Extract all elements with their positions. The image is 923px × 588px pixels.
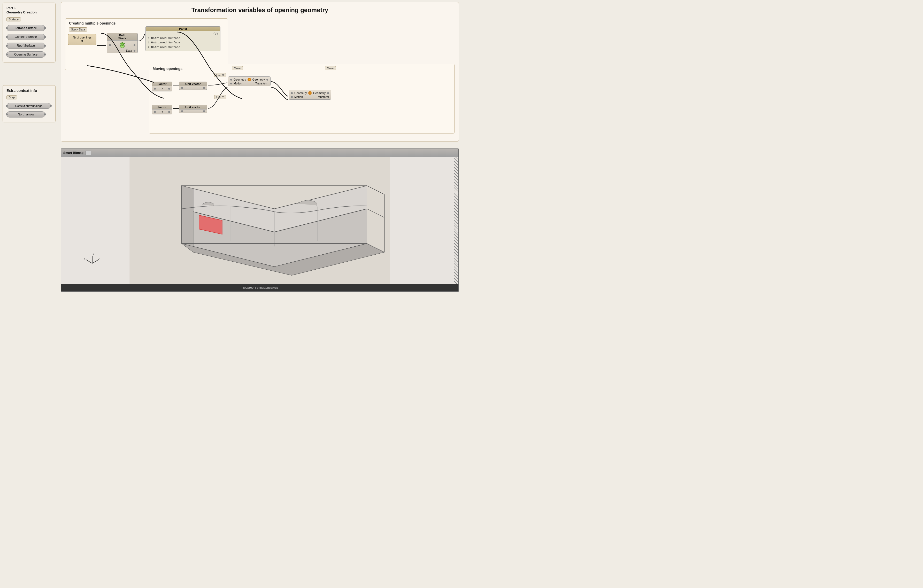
panel-display: Panel {0} 0 Untrimmed Surface 1 Untrimme… [146,26,220,51]
panel-title: Panel [146,26,220,31]
bitmap-toggle[interactable] [85,151,91,155]
port-left [109,44,111,46]
svg-text:y: y [84,257,85,260]
svg-text:x: x [99,257,100,260]
context-surroundings-node[interactable]: Context surroundings [7,103,51,109]
brep-badge: Brep [7,95,17,100]
data-row: Data [109,49,135,52]
unit-y-badge: Unit Y [214,95,226,99]
unit-vector-x-node[interactable]: Unit vector [179,82,207,90]
smart-bitmap-viewer: Smart Bitmap [61,149,459,292]
context-surface-node[interactable]: Context Surface [7,34,45,40]
data-stack-header: DataStack [107,33,138,41]
svg-line-21 [86,260,92,264]
stack-icon [118,41,126,49]
data-stack-node[interactable]: DataStack Data [107,33,138,53]
data-port [134,50,135,52]
bitmap-footer: (500x300) Format32bppArgb [61,284,458,291]
transform-icon-2: ⚡ [308,91,311,95]
panel-content: {0} 0 Untrimmed Surface 1 Untrimmed Surf… [146,31,220,51]
geo-transform-1[interactable]: Geometry ⚡ Geometry Motion Transform [228,77,271,86]
factor-x-node[interactable]: Factor ✕ [152,82,172,92]
bitmap-title: Smart Bitmap [63,151,84,155]
terrace-surface-node[interactable]: Terrace Surface [7,25,45,31]
axis-indicator: x y z [82,248,103,269]
bitmap-format-label: (500x300) Format32bppArgb [241,286,278,289]
extra-context-title: Extra context info [7,88,52,93]
bitmap-header: Smart Bitmap [61,149,458,157]
svg-line-19 [92,260,99,264]
moving-openings-area: Moving openings Move Move Unit X Unit Y … [149,64,455,134]
opening-surface-node[interactable]: Opening Surface [7,51,45,57]
bitmap-content: x y z [61,157,458,284]
svg-text:z: z [93,253,94,256]
north-arrow-node[interactable]: North arrow [7,111,45,118]
stack-data-badge: Stack Data [69,27,87,31]
nr-openings-box: Nr of openings 3 [68,34,96,45]
sub-right-title: Moving openings [153,67,451,71]
part-label: Part 1Geometry Creation [7,6,52,15]
unit-x-badge: Unit X [214,73,226,77]
geo-transform-2[interactable]: Geometry ⚡ Geometry Motion Transform [289,90,331,100]
main-graph-area: Transformation variables of opening geom… [61,2,459,141]
port-right [134,44,135,46]
svg-marker-2 [120,46,125,48]
sub-left-title: Creating multiple openings [69,21,224,25]
extra-context-panel: Extra context info Brep Context surround… [3,85,56,123]
main-title: Transformation variables of opening geom… [65,7,455,14]
geometry-creation-panel: Part 1Geometry Creation Surface Terrace … [3,3,56,62]
svg-marker-6 [182,186,193,246]
nr-openings-value: 3 [71,39,93,43]
building-3d-view [61,157,458,284]
roof-surface-node[interactable]: Roof Surface [7,43,45,49]
move1-badge: Move [232,66,243,70]
factor-y-node[interactable]: Factor ↑Y [152,105,172,115]
transform-icon-1: ⚡ [248,78,251,81]
nr-openings-label: Nr of openings [71,36,93,39]
data-stack-row [109,41,135,49]
move2-badge: Move [325,66,336,70]
unit-vector-y-node[interactable]: Unit vector [179,105,207,113]
creating-multiple-openings-area: Creating multiple openings Stack Data Nr… [65,18,228,70]
surface-badge: Surface [7,17,21,21]
